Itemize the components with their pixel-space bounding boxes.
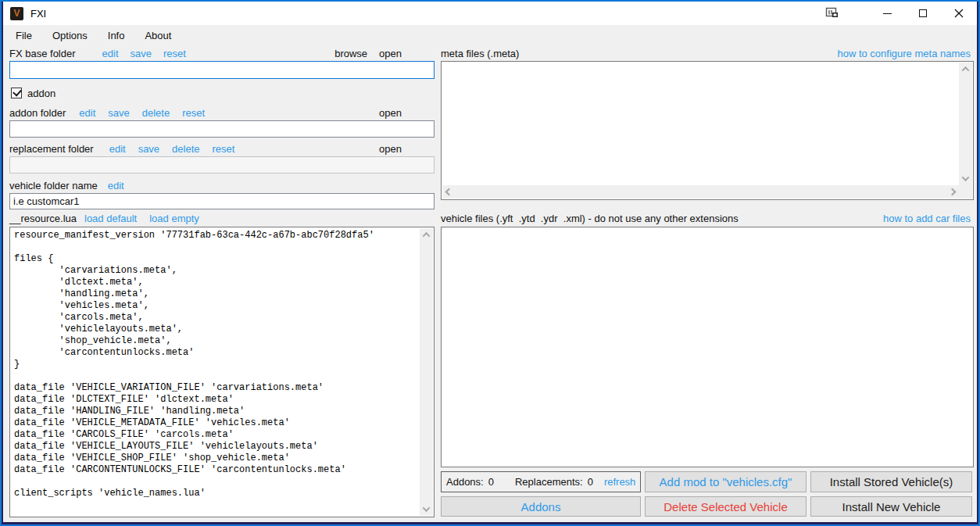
addon-folder-label: addon folder (9, 107, 66, 119)
window-body: V FXI File Op (3, 2, 977, 522)
vehicle-folder-name-input[interactable] (9, 193, 435, 209)
titlebar-controls (814, 2, 977, 25)
menu-options[interactable]: Options (42, 27, 98, 45)
meta-scroll-left-icon[interactable] (442, 185, 456, 199)
close-icon (954, 9, 964, 18)
resource-lua-label: __resource.lua (9, 213, 77, 224)
replacement-folder-delete-link[interactable]: delete (172, 143, 199, 155)
meta-files-panel[interactable] (441, 61, 974, 200)
addon-folder-row: addon folder edit save delete reset open (9, 106, 435, 119)
addon-folder-save-link[interactable]: save (108, 107, 129, 119)
menu-file[interactable]: File (5, 27, 42, 45)
replacement-folder-reset-link[interactable]: reset (213, 143, 235, 155)
vehicle-files-panel[interactable] (441, 227, 974, 467)
overlay-window-icon[interactable] (814, 2, 850, 25)
minimize-icon (883, 13, 892, 14)
menu-info[interactable]: Info (98, 27, 135, 45)
meta-scroll-down-icon[interactable] (959, 172, 972, 185)
replacement-folder-save-link[interactable]: save (138, 143, 159, 155)
meta-panel-vertical-scrollbar[interactable] (959, 63, 972, 185)
load-default-link[interactable]: load default (84, 213, 137, 224)
replacement-folder-row: replacement folder edit save delete rese… (9, 142, 435, 155)
vehicle-folder-edit-link[interactable]: edit (108, 180, 124, 191)
addon-folder-input[interactable] (9, 120, 435, 138)
resource-lua-content[interactable]: resource_manifest_version '77731fab-63ca… (14, 230, 419, 515)
fx-base-reset-link[interactable]: reset (163, 48, 186, 59)
scroll-up-icon[interactable] (420, 228, 433, 242)
replacements-count-label: Replacements: (515, 476, 583, 488)
install-stored-vehicles-button[interactable]: Install Stored Vehicle(s) (810, 471, 972, 492)
add-mod-to-vehicles-cfg-button[interactable]: Add mod to "vehicles.cfg" (645, 471, 807, 492)
fx-base-folder-row: FX base folder edit save reset browse op… (9, 47, 435, 59)
addon-checkbox-row: addon (11, 87, 55, 99)
vehicle-folder-name-label: vehicle folder name (9, 180, 98, 191)
fx-base-open-action[interactable]: open (379, 48, 402, 59)
main-content: FX base folder edit save reset browse op… (3, 45, 977, 522)
menubar: File Options Info About (3, 25, 977, 45)
addon-folder-edit-link[interactable]: edit (79, 107, 95, 119)
addon-folder-reset-link[interactable]: reset (182, 107, 205, 119)
maximize-icon (919, 9, 927, 17)
fx-base-save-link[interactable]: save (131, 48, 152, 59)
addon-checkbox-label: addon (27, 88, 55, 99)
scroll-down-icon[interactable] (420, 503, 433, 516)
refresh-link[interactable]: refresh (604, 476, 635, 488)
addons-count-label: Addons: (446, 476, 484, 488)
replacement-folder-open-action[interactable]: open (379, 143, 402, 155)
titlebar: V FXI (3, 2, 977, 25)
meta-files-label: meta files (.meta) (441, 48, 519, 59)
fx-base-folder-label: FX base folder (9, 48, 76, 59)
addon-folder-delete-link[interactable]: delete (142, 107, 170, 119)
editor-vertical-scrollbar[interactable] (420, 228, 433, 516)
addons-button[interactable]: Addons (441, 496, 641, 517)
fx-base-folder-input[interactable] (9, 61, 435, 79)
meta-scroll-right-icon[interactable] (946, 185, 959, 199)
maximize-button[interactable] (905, 2, 941, 25)
window-title: FXI (30, 8, 46, 20)
how-to-add-car-files-link[interactable]: how to add car files (883, 213, 971, 224)
replacements-count-value: 0 (588, 476, 593, 488)
app-window: V FXI File Op (0, 0, 980, 526)
stats-box: Addons: 0 Replacements: 0 refresh (441, 471, 641, 492)
how-to-configure-meta-names-link[interactable]: how to configure meta names (837, 48, 971, 59)
delete-selected-vehicle-button[interactable]: Delete Selected Vehicle (645, 496, 807, 517)
resource-lua-row: __resource.lua load default load empty (9, 212, 435, 224)
replacement-folder-label: replacement folder (9, 143, 94, 155)
fx-base-edit-link[interactable]: edit (102, 48, 119, 59)
addon-folder-open-action[interactable]: open (379, 107, 402, 119)
replacement-folder-edit-link[interactable]: edit (109, 143, 126, 155)
minimize-button[interactable] (869, 2, 905, 25)
meta-panel-horizontal-scrollbar[interactable] (442, 185, 959, 199)
vehicle-folder-name-row: vehicle folder name edit (9, 179, 435, 191)
fx-base-browse-action[interactable]: browse (334, 48, 367, 59)
resource-lua-editor[interactable]: resource_manifest_version '77731fab-63ca… (9, 227, 435, 517)
vehicle-files-label: vehicle files (.yft .ytd .ydr .xml) - do… (441, 213, 739, 224)
close-button[interactable] (941, 2, 977, 25)
addon-checkbox[interactable] (11, 88, 22, 98)
addons-count-value: 0 (488, 476, 494, 488)
meta-scroll-up-icon[interactable] (959, 63, 972, 76)
app-logo-icon: V (10, 7, 23, 20)
vehicle-files-row: vehicle files (.yft .ytd .ydr .xml) - do… (441, 212, 974, 224)
meta-scrollbar-corner (959, 185, 972, 199)
load-empty-link[interactable]: load empty (149, 213, 199, 224)
replacement-folder-input[interactable] (9, 156, 435, 174)
menu-about[interactable]: About (134, 27, 181, 45)
install-new-vehicle-button[interactable]: Install New Vehicle (810, 496, 972, 517)
meta-files-row: meta files (.meta) how to configure meta… (441, 47, 974, 59)
